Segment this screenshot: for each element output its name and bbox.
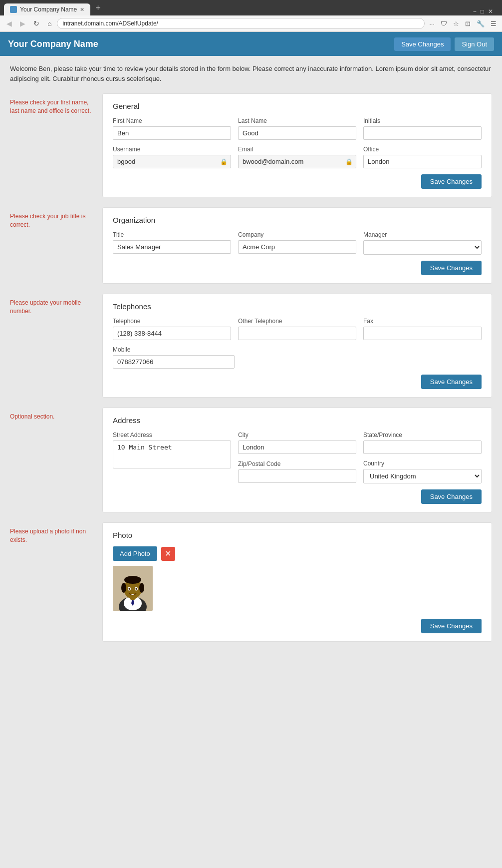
active-tab[interactable]: Your Company Name ✕ bbox=[4, 3, 90, 15]
svg-point-6 bbox=[124, 576, 141, 584]
username-field-wrapper: 🔒 bbox=[113, 155, 231, 168]
zip-label: Zip/Postal Code bbox=[238, 460, 356, 467]
back-button[interactable]: ◀ bbox=[4, 18, 14, 28]
home-button[interactable]: ⌂ bbox=[45, 18, 54, 28]
tab-close-button[interactable]: ✕ bbox=[80, 6, 84, 13]
remove-photo-button[interactable]: ✕ bbox=[161, 547, 175, 561]
office-group: Office bbox=[363, 146, 482, 168]
mobile-input[interactable] bbox=[113, 355, 235, 369]
manager-select[interactable] bbox=[363, 240, 482, 255]
refresh-button[interactable]: ↻ bbox=[31, 18, 42, 28]
state-input[interactable] bbox=[363, 440, 482, 454]
new-tab-button[interactable]: + bbox=[91, 3, 105, 15]
general-form-actions: Save Changes bbox=[113, 174, 482, 189]
general-hint: Please check your first name, last name … bbox=[10, 93, 102, 197]
restore-button[interactable]: □ bbox=[481, 8, 484, 15]
city-input[interactable] bbox=[238, 440, 356, 454]
last-name-input[interactable] bbox=[238, 126, 356, 140]
country-label: Country bbox=[363, 460, 482, 467]
email-group: Email 🔒 bbox=[238, 146, 356, 168]
city-label: City bbox=[238, 432, 356, 438]
office-label: Office bbox=[363, 146, 482, 153]
telephone-input[interactable] bbox=[113, 327, 231, 340]
other-telephone-label: Other Telephone bbox=[238, 318, 356, 325]
photo-preview bbox=[113, 566, 153, 611]
city-group: City bbox=[238, 432, 356, 454]
close-button[interactable]: ✕ bbox=[488, 8, 493, 15]
remove-icon: ✕ bbox=[165, 549, 171, 558]
svg-point-12 bbox=[136, 588, 137, 590]
company-input[interactable] bbox=[238, 240, 356, 254]
organization-save-button[interactable]: Save Changes bbox=[421, 261, 482, 275]
first-name-input[interactable] bbox=[113, 126, 231, 140]
first-name-label: First Name bbox=[113, 117, 231, 124]
minimize-button[interactable]: − bbox=[473, 8, 477, 15]
organization-title: Organization bbox=[113, 216, 482, 224]
organization-section-row: Please check your job title is correct. … bbox=[10, 207, 492, 284]
sign-out-button[interactable]: Sign Out bbox=[455, 37, 494, 51]
country-select[interactable]: United Kingdom United States Canada Aust… bbox=[363, 469, 482, 483]
address-row-1: Street Address 10 Main Street City Zip/P… bbox=[113, 432, 482, 483]
main-content: Welcome Ben, please take your time to re… bbox=[0, 56, 502, 660]
tab-manager-icon[interactable]: ⊡ bbox=[464, 19, 472, 28]
title-group: Title bbox=[113, 231, 231, 255]
email-input[interactable] bbox=[238, 155, 356, 168]
telephones-row-1: Telephone Other Telephone Fax bbox=[113, 318, 482, 340]
general-save-button[interactable]: Save Changes bbox=[421, 174, 482, 189]
shield-icon[interactable]: 🛡 bbox=[439, 19, 449, 28]
svg-point-8 bbox=[139, 583, 144, 593]
settings-icon[interactable]: 🔧 bbox=[475, 19, 486, 28]
telephones-save-button[interactable]: Save Changes bbox=[421, 375, 482, 389]
organization-form-actions: Save Changes bbox=[113, 261, 482, 275]
telephones-hint: Please update your mobile number. bbox=[10, 294, 102, 398]
general-card: General First Name Last Name Initials bbox=[102, 93, 492, 197]
username-group: Username 🔒 bbox=[113, 146, 231, 168]
menu-icon[interactable]: ☰ bbox=[489, 19, 498, 28]
title-input[interactable] bbox=[113, 240, 231, 254]
organization-card: Organization Title Company Manager bbox=[102, 207, 492, 284]
photo-hint: Please upload a photo if non exists. bbox=[10, 522, 102, 642]
title-label: Title bbox=[113, 231, 231, 238]
add-photo-button[interactable]: Add Photo bbox=[113, 546, 157, 561]
header-save-button[interactable]: Save Changes bbox=[394, 37, 451, 51]
forward-button[interactable]: ▶ bbox=[17, 18, 28, 28]
address-bar[interactable] bbox=[57, 18, 425, 29]
initials-input[interactable] bbox=[363, 126, 482, 140]
zip-group: Zip/Postal Code bbox=[238, 460, 356, 483]
photo-actions: Add Photo ✕ bbox=[113, 546, 482, 561]
telephones-title: Telephones bbox=[113, 302, 482, 311]
telephones-row-2: Mobile bbox=[113, 346, 482, 369]
email-label: Email bbox=[238, 146, 356, 153]
telephone-label: Telephone bbox=[113, 318, 231, 325]
last-name-group: Last Name bbox=[238, 117, 356, 140]
photo-card: Photo Add Photo ✕ bbox=[102, 522, 492, 642]
address-form-actions: Save Changes bbox=[113, 489, 482, 504]
zip-input[interactable] bbox=[238, 469, 356, 483]
telephones-card: Telephones Telephone Other Telephone Fax bbox=[102, 294, 492, 398]
username-input[interactable] bbox=[113, 155, 231, 168]
address-save-button[interactable]: Save Changes bbox=[421, 489, 482, 504]
street-address-input[interactable]: 10 Main Street bbox=[113, 440, 231, 468]
telephone-group: Telephone bbox=[113, 318, 231, 340]
general-row-2: Username 🔒 Email 🔒 O bbox=[113, 146, 482, 168]
state-label: State/Province bbox=[363, 432, 482, 438]
telephones-section-row: Please update your mobile number. Teleph… bbox=[10, 294, 492, 398]
address-hint: Optional section. bbox=[10, 408, 102, 512]
fax-label: Fax bbox=[363, 318, 482, 325]
other-telephone-input[interactable] bbox=[238, 327, 356, 340]
bookmark-icon[interactable]: ☆ bbox=[452, 19, 461, 28]
general-title: General bbox=[113, 102, 482, 110]
app-header: Your Company Name Save Changes Sign Out bbox=[0, 32, 502, 56]
browser-chrome: Your Company Name ✕ + − □ ✕ bbox=[0, 0, 502, 15]
initials-group: Initials bbox=[363, 117, 482, 140]
address-card: Address Street Address 10 Main Street Ci… bbox=[102, 408, 492, 512]
organization-hint: Please check your job title is correct. bbox=[10, 207, 102, 284]
photo-save-button[interactable]: Save Changes bbox=[421, 619, 482, 633]
street-address-label: Street Address bbox=[113, 432, 231, 438]
manager-label: Manager bbox=[363, 231, 482, 238]
app-title: Your Company Name bbox=[8, 39, 98, 49]
office-input[interactable] bbox=[363, 155, 482, 168]
more-icon[interactable]: ··· bbox=[428, 19, 436, 28]
fax-input[interactable] bbox=[363, 327, 482, 340]
window-controls: − □ ✕ bbox=[473, 8, 493, 15]
